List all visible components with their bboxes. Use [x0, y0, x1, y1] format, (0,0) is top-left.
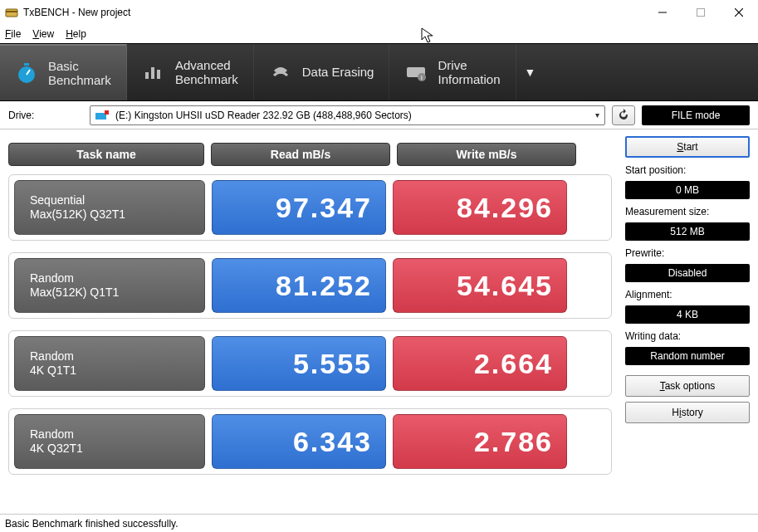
drive-row: Drive: (E:) Kingston UHSII uSD Reader 23…: [0, 101, 758, 129]
drive-select[interactable]: (E:) Kingston UHSII uSD Reader 232.92 GB…: [90, 105, 605, 125]
close-button[interactable]: [720, 0, 758, 25]
tab-label: Benchmark: [175, 72, 238, 86]
task-cell[interactable]: SequentialMax(512K) Q32T1: [14, 180, 205, 235]
tab-data-erasing[interactable]: Data Erasing: [254, 44, 390, 100]
task-cell[interactable]: RandomMax(512K) Q1T1: [14, 258, 205, 313]
read-cell[interactable]: 81.252: [212, 258, 386, 313]
app-icon: [5, 6, 18, 19]
write-cell[interactable]: 84.296: [393, 180, 567, 235]
side-panel: Start Start position: 0 MB Measurement s…: [625, 136, 750, 486]
tab-label: Benchmark: [48, 73, 111, 87]
minimize-button[interactable]: [643, 0, 682, 25]
read-cell[interactable]: 5.555: [212, 336, 386, 391]
bench-row: RandomMax(512K) Q1T1 81.252 54.645: [8, 252, 612, 319]
svg-rect-9: [145, 72, 149, 79]
read-cell[interactable]: 97.347: [212, 180, 386, 235]
svg-rect-1: [6, 11, 17, 12]
svg-rect-7: [24, 63, 29, 66]
task-cell[interactable]: Random4K Q32T1: [14, 414, 205, 469]
tab-label: Advanced: [175, 58, 238, 72]
bench-row: SequentialMax(512K) Q32T1 97.347 84.296: [8, 174, 612, 241]
results-panel: Task name Read mB/s Write mB/s Sequentia…: [8, 136, 612, 486]
tab-basic-benchmark[interactable]: BasicBenchmark: [0, 44, 127, 100]
bars-icon: [142, 61, 165, 84]
writing-data-value[interactable]: Random number: [625, 347, 750, 365]
tab-advanced-benchmark[interactable]: AdvancedBenchmark: [127, 44, 254, 100]
menu-bar: File View Help: [0, 25, 758, 43]
menu-view[interactable]: View: [32, 28, 54, 40]
refresh-icon: [617, 109, 630, 122]
write-cell[interactable]: 2.786: [393, 414, 567, 469]
tab-label: Data Erasing: [302, 65, 374, 79]
bench-row: Random4K Q1T1 5.555 2.664: [8, 330, 612, 397]
drive-info-icon: i: [404, 61, 428, 84]
bench-row: Random4K Q32T1 6.343 2.786: [8, 408, 612, 475]
menu-file[interactable]: File: [5, 28, 21, 40]
start-button[interactable]: Start: [625, 136, 750, 158]
alignment-label: Alignment:: [625, 289, 750, 300]
drive-value: (E:) Kingston UHSII uSD Reader 232.92 GB…: [115, 110, 412, 121]
drive-label: Drive:: [8, 110, 83, 121]
writing-data-label: Writing data:: [625, 330, 750, 342]
svg-rect-11: [157, 70, 160, 79]
alignment-value[interactable]: 4 KB: [625, 305, 750, 324]
tab-drive-information[interactable]: i DriveInformation: [389, 44, 516, 100]
svg-rect-0: [6, 9, 17, 17]
title-bar: TxBENCH - New project: [0, 0, 758, 25]
read-cell[interactable]: 6.343: [212, 414, 386, 469]
header-task: Task name: [8, 143, 204, 166]
tab-overflow-button[interactable]: ▼: [516, 44, 545, 100]
chevron-down-icon: ▾: [595, 110, 599, 120]
measurement-size-label: Measurement size:: [625, 206, 750, 217]
svg-text:i: i: [422, 74, 423, 81]
tab-label: Basic: [48, 59, 111, 73]
maximize-button[interactable]: [682, 0, 720, 25]
header-write: Write mB/s: [397, 143, 576, 166]
stopwatch-icon: [15, 61, 38, 85]
measurement-size-value[interactable]: 512 MB: [625, 222, 750, 241]
start-position-value[interactable]: 0 MB: [625, 181, 750, 199]
menu-help[interactable]: Help: [66, 28, 86, 40]
svg-rect-3: [697, 9, 705, 17]
drive-icon: [95, 110, 109, 120]
prewrite-value[interactable]: Disabled: [625, 264, 750, 282]
header-read: Read mB/s: [211, 143, 390, 166]
file-mode-button[interactable]: FILE mode: [642, 105, 750, 125]
write-cell[interactable]: 2.664: [393, 336, 567, 391]
window-title: TxBENCH - New project: [23, 7, 643, 18]
tab-bar: BasicBenchmark AdvancedBenchmark Data Er…: [0, 43, 758, 101]
history-button[interactable]: History: [625, 402, 750, 423]
erase-icon: [269, 61, 292, 84]
task-options-button[interactable]: Task options: [625, 375, 750, 397]
tab-label: Drive: [438, 58, 500, 72]
task-cell[interactable]: Random4K Q1T1: [14, 336, 205, 391]
start-position-label: Start position:: [625, 164, 750, 176]
refresh-button[interactable]: [612, 105, 635, 125]
tab-label: Information: [438, 72, 500, 86]
status-bar: Basic Benchmark finished successfully.: [0, 514, 758, 532]
svg-rect-10: [151, 67, 154, 79]
status-text: Basic Benchmark finished successfully.: [5, 518, 178, 530]
prewrite-label: Prewrite:: [625, 247, 750, 259]
write-cell[interactable]: 54.645: [393, 258, 567, 313]
svg-rect-16: [105, 110, 109, 115]
